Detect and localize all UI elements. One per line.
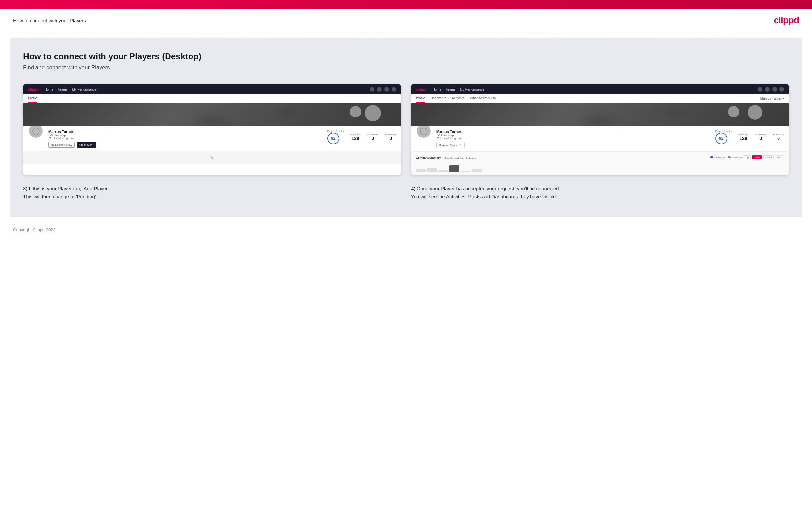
right-nav-logo: clippd: [416, 87, 426, 91]
left-following-value: 0: [385, 136, 396, 141]
activity-header-left: Activity Summary Monthly Activity · 6 Mo…: [416, 154, 476, 160]
left-nav-performance[interactable]: My Performance: [72, 88, 96, 91]
activity-header: Activity Summary Monthly Activity · 6 Mo…: [416, 154, 784, 160]
left-activities-stat: Activities 129: [350, 133, 361, 141]
search-icon[interactable]: [370, 87, 374, 92]
left-nav-links: Home Teams My Performance: [44, 88, 364, 91]
right-description-text: 4) Once your Player has accepted your re…: [411, 186, 560, 199]
left-app-nav: clippd Home Teams My Performance: [23, 84, 401, 94]
time-1mth-button[interactable]: 1 mth: [775, 155, 784, 160]
location-pin-icon: 📍: [48, 137, 52, 140]
right-activities-label: Activities: [738, 133, 749, 136]
right-following-label: Following: [773, 133, 784, 136]
left-avatar-icon: ◯: [32, 127, 40, 135]
left-description-text: 3) If this is your Player tap, 'Add Play…: [23, 186, 110, 199]
left-following-stat: Following 0: [385, 133, 396, 141]
right-followers-label: Followers: [755, 133, 766, 136]
left-quality-label: Player Quality: [327, 130, 344, 132]
right-player-info: Marcus Turner 1-5 Handicap 📍 United King…: [436, 130, 710, 148]
activity-chart: [416, 162, 784, 172]
right-hero-circle-2: [748, 105, 762, 120]
page-header: How to connect with your Players clippd: [0, 9, 812, 32]
right-quality-value: 92: [719, 136, 723, 141]
right-tab-user-label[interactable]: Marcus Turner ▾: [760, 97, 784, 100]
left-tabs: Profile: [23, 94, 401, 103]
right-nav-performance[interactable]: My Performance: [460, 88, 484, 91]
left-activities-value: 129: [350, 136, 361, 141]
left-nav-teams[interactable]: Teams: [58, 88, 67, 91]
left-following-label: Following: [385, 133, 396, 136]
chart-bar-3: [438, 170, 448, 172]
right-user-icon[interactable]: [765, 87, 770, 92]
right-player-section: ◯ Marcus Turner 1-5 Handicap 📍 United Ki…: [411, 126, 789, 152]
add-player-button[interactable]: Add Player +: [77, 142, 96, 148]
right-tabs: Profile Dashboard Activities What To Wor…: [411, 94, 789, 103]
left-hero-image: [23, 103, 401, 126]
time-1yr-button[interactable]: 1 yr: [744, 155, 751, 160]
time-3mths-button[interactable]: 3 mths: [763, 155, 773, 160]
request-follow-button[interactable]: Request to Follow: [48, 142, 74, 148]
right-nav-home[interactable]: Home: [432, 88, 441, 91]
right-app-nav: clippd Home Teams My Performance: [411, 84, 789, 94]
left-nav-logo: clippd: [28, 87, 39, 91]
right-following-stat: Following 0: [773, 133, 784, 141]
left-hero-circle-1: [350, 106, 361, 117]
right-nav-icons: [758, 87, 784, 92]
left-description: 3) If this is your Player tap, 'Add Play…: [23, 185, 401, 201]
left-player-stats: Player Quality 92 Activities 129 Followe…: [326, 130, 396, 145]
left-nav-home[interactable]: Home: [44, 88, 53, 91]
breadcrumb: How to connect with your Players: [13, 18, 86, 23]
user-icon[interactable]: [377, 87, 382, 92]
right-quality-circle: 92: [715, 132, 727, 145]
activity-controls: On course Off course 1 yr 6 mths 3 mths …: [711, 155, 784, 160]
right-tab-whattoon[interactable]: What To Work On: [470, 94, 496, 103]
right-tab-profile[interactable]: Profile: [416, 94, 425, 103]
right-location-pin-icon: 📍: [436, 137, 440, 140]
left-quality-stat: Player Quality 92: [327, 130, 344, 145]
left-tab-profile[interactable]: Profile: [28, 94, 37, 103]
right-player-location: 📍 United Kingdom: [436, 137, 710, 140]
right-following-value: 0: [773, 136, 784, 141]
screenshots-row: clippd Home Teams My Performance Profile: [23, 84, 789, 175]
right-tab-dashboard[interactable]: Dashboard: [430, 94, 446, 103]
chart-bar-2: [427, 168, 437, 172]
right-settings-icon[interactable]: [772, 87, 777, 92]
chart-bar-4: [449, 165, 459, 172]
description-row: 3) If this is your Player tap, 'Add Play…: [23, 185, 789, 201]
header-divider: [13, 32, 799, 32]
settings-icon[interactable]: [384, 87, 389, 92]
remove-player-x-icon: ✕: [459, 144, 462, 147]
avatar-icon[interactable]: [392, 87, 396, 92]
right-search-icon[interactable]: [758, 87, 762, 92]
right-location-text: United Kingdom: [441, 137, 461, 140]
off-course-dot: [728, 156, 730, 159]
remove-player-label: Remove Player: [439, 144, 457, 147]
chart-bar-6: [472, 169, 481, 172]
left-player-handicap: 1-5 Handicap: [48, 133, 321, 137]
main-content: How to connect with your Players (Deskto…: [10, 39, 802, 217]
copyright-text: Copyright Clippd 2022: [13, 227, 55, 232]
right-tab-activities[interactable]: Activities: [452, 94, 464, 103]
right-player-stats: Player Quality 92 Activities 129 Followe…: [714, 130, 784, 145]
left-player-info: Marcus Turner 1-5 Handicap 📍 United King…: [48, 130, 321, 148]
left-hero-circle-2: [365, 105, 381, 121]
right-player-name: Marcus Turner: [436, 130, 710, 133]
left-activities-label: Activities: [350, 133, 361, 136]
remove-player-button[interactable]: Remove Player ✕: [436, 142, 465, 148]
activity-title: Activity Summary: [416, 156, 441, 160]
right-avatar-icon[interactable]: [779, 87, 784, 92]
activity-summary: Activity Summary Monthly Activity · 6 Mo…: [411, 152, 789, 175]
left-followers-label: Followers: [367, 133, 378, 136]
on-course-label: On course: [714, 156, 725, 159]
left-loader-area: ✎: [23, 151, 401, 164]
left-player-buttons: Request to Follow Add Player +: [48, 142, 321, 148]
right-nav-teams[interactable]: Teams: [446, 88, 455, 91]
left-golf-bg: [23, 103, 401, 126]
footer: Copyright Clippd 2022: [0, 223, 812, 236]
right-screenshot: clippd Home Teams My Performance Profile…: [411, 84, 789, 175]
left-quality-circle: 92: [327, 132, 339, 145]
main-title: How to connect with your Players (Deskto…: [23, 52, 789, 62]
time-6mths-button[interactable]: 6 mths: [752, 155, 762, 160]
right-quality-label: Player Quality: [715, 130, 732, 132]
right-quality-stat: Player Quality 92: [715, 130, 732, 145]
